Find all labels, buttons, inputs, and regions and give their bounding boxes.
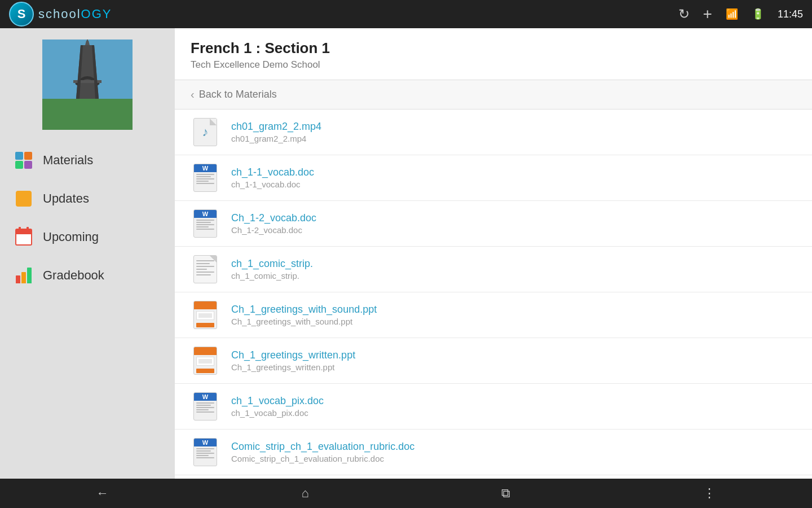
file-icon-wrap: W bbox=[191, 437, 220, 467]
file-icon-wrap: W bbox=[191, 163, 220, 192]
gradebook-label: Gradebook bbox=[43, 268, 104, 283]
top-actions: ↻ + 📶 🔋 11:45 bbox=[678, 5, 803, 23]
course-title: French 1 : Section 1 bbox=[191, 40, 796, 57]
wifi-icon: 📶 bbox=[726, 8, 738, 20]
sidebar-item-updates[interactable]: Updates bbox=[0, 179, 175, 218]
schoology-logo-circle: S bbox=[9, 2, 34, 27]
main-layout: Materials Updates Upcoming bbox=[0, 28, 812, 479]
file-subtitle: Ch_1-2_vocab.doc bbox=[231, 225, 796, 235]
file-info: ch_1_vocab_pix.doc ch_1_vocab_pix.doc bbox=[231, 395, 796, 418]
file-icon-wrap: W bbox=[191, 392, 220, 421]
back-chevron-icon: ‹ bbox=[191, 88, 195, 101]
word-file-icon: W bbox=[193, 438, 217, 466]
file-subtitle: ch_1_comic_strip. bbox=[231, 271, 796, 281]
back-button[interactable]: ← bbox=[85, 481, 120, 505]
course-school: Tech Excellence Demo School bbox=[191, 59, 796, 71]
logo-area: S schoolOGY bbox=[9, 2, 112, 27]
file-name: Comic_strip_ch_1_evaluation_rubric.doc bbox=[231, 441, 796, 453]
back-link-label: Back to Materials bbox=[199, 89, 277, 100]
file-subtitle: ch_1_vocab_pix.doc bbox=[231, 408, 796, 418]
file-item-9[interactable]: 🔗 http://www.digitaldialects.com/French/… bbox=[175, 475, 812, 479]
file-info: ch01_gram2_2.mp4 ch01_gram2_2.mp4 bbox=[231, 121, 796, 143]
svg-rect-1 bbox=[42, 99, 133, 130]
word-file-icon: W bbox=[193, 164, 217, 192]
file-name: ch_1_vocab_pix.doc bbox=[231, 395, 796, 407]
status-time: 11:45 bbox=[778, 8, 803, 20]
updates-icon bbox=[14, 189, 34, 209]
file-info: Ch_1_greetings_with_sound.ppt Ch_1_greet… bbox=[231, 304, 796, 326]
file-icon-wrap bbox=[191, 255, 220, 284]
sidebar: Materials Updates Upcoming bbox=[0, 28, 175, 479]
file-subtitle: Comic_strip_ch_1_evaluation_rubric.doc bbox=[231, 454, 796, 463]
eiffel-tower-image bbox=[42, 40, 133, 130]
file-item-5[interactable]: Ch_1_greetings_with_sound.ppt Ch_1_greet… bbox=[175, 292, 812, 338]
file-item-6[interactable]: Ch_1_greetings_written.ppt Ch_1_greeting… bbox=[175, 338, 812, 384]
word-file-icon: W bbox=[193, 209, 217, 238]
file-item-8[interactable]: W Comic_strip_ch_1_evaluation_rubric.doc… bbox=[175, 430, 812, 475]
home-button[interactable]: ⌂ bbox=[290, 481, 320, 505]
more-options-button[interactable]: ⋮ bbox=[692, 481, 727, 505]
file-info: Ch_1_greetings_written.ppt Ch_1_greeting… bbox=[231, 349, 796, 372]
file-subtitle: Ch_1_greetings_written.ppt bbox=[231, 362, 796, 372]
file-item-4[interactable]: ch_1_comic_strip. ch_1_comic_strip. bbox=[175, 247, 812, 292]
file-name: Ch_1_greetings_written.ppt bbox=[231, 349, 796, 361]
file-icon-wrap bbox=[191, 300, 220, 330]
content-area: French 1 : Section 1 Tech Excellence Dem… bbox=[175, 28, 812, 479]
file-info: ch_1_comic_strip. ch_1_comic_strip. bbox=[231, 258, 796, 281]
file-info: Ch_1-2_vocab.doc Ch_1-2_vocab.doc bbox=[231, 212, 796, 235]
sidebar-item-upcoming[interactable]: Upcoming bbox=[0, 218, 175, 256]
file-name: ch_1-1_vocab.doc bbox=[231, 167, 796, 178]
materials-icon bbox=[14, 150, 34, 170]
upcoming-icon bbox=[14, 227, 34, 247]
file-name: ch01_gram2_2.mp4 bbox=[231, 121, 796, 133]
refresh-icon[interactable]: ↻ bbox=[678, 6, 690, 22]
schoology-logo-text: schoolOGY bbox=[38, 7, 112, 21]
ppt-file-icon bbox=[193, 301, 217, 329]
materials-label: Materials bbox=[43, 153, 93, 168]
audio-file-icon bbox=[193, 118, 217, 146]
file-icon-wrap: W bbox=[191, 209, 220, 238]
tower-svg bbox=[42, 40, 133, 130]
sidebar-item-materials[interactable]: Materials bbox=[0, 141, 175, 179]
file-subtitle: ch01_gram2_2.mp4 bbox=[231, 134, 796, 143]
gradebook-icon bbox=[14, 265, 34, 286]
file-list: ch01_gram2_2.mp4 ch01_gram2_2.mp4 W ch_1… bbox=[175, 110, 812, 479]
bottom-nav-bar: ← ⌂ ⧉ ⋮ bbox=[0, 479, 812, 508]
file-item-3[interactable]: W Ch_1-2_vocab.doc Ch_1-2_vocab.doc bbox=[175, 201, 812, 247]
file-item-2[interactable]: W ch_1-1_vocab.doc ch_1-1_vocab.doc bbox=[175, 155, 812, 201]
file-name: Ch_1_greetings_with_sound.ppt bbox=[231, 304, 796, 316]
upcoming-label: Upcoming bbox=[43, 230, 99, 244]
file-name: Ch_1-2_vocab.doc bbox=[231, 212, 796, 224]
back-navigation[interactable]: ‹ Back to Materials bbox=[175, 80, 812, 110]
file-item-7[interactable]: W ch_1_vocab_pix.doc ch_1_vocab_pix.doc bbox=[175, 384, 812, 430]
word-file-icon: W bbox=[193, 392, 217, 421]
file-info: Comic_strip_ch_1_evaluation_rubric.doc C… bbox=[231, 441, 796, 463]
file-icon-wrap bbox=[191, 117, 220, 147]
file-icon-wrap bbox=[191, 346, 220, 375]
sidebar-item-gradebook[interactable]: Gradebook bbox=[0, 256, 175, 295]
updates-label: Updates bbox=[43, 191, 89, 206]
file-info: ch_1-1_vocab.doc ch_1-1_vocab.doc bbox=[231, 167, 796, 189]
course-header: French 1 : Section 1 Tech Excellence Dem… bbox=[175, 28, 812, 80]
ppt-file-icon bbox=[193, 347, 217, 375]
file-name: ch_1_comic_strip. bbox=[231, 258, 796, 270]
plain-file-icon bbox=[193, 255, 217, 283]
file-subtitle: Ch_1_greetings_with_sound.ppt bbox=[231, 317, 796, 326]
status-bar: S schoolOGY ↻ + 📶 🔋 11:45 bbox=[0, 0, 812, 28]
file-subtitle: ch_1-1_vocab.doc bbox=[231, 179, 796, 189]
add-icon[interactable]: + bbox=[703, 5, 712, 23]
course-image bbox=[42, 40, 133, 130]
battery-icon: 🔋 bbox=[752, 8, 764, 20]
recent-apps-button[interactable]: ⧉ bbox=[490, 481, 522, 505]
file-item-1[interactable]: ch01_gram2_2.mp4 ch01_gram2_2.mp4 bbox=[175, 110, 812, 155]
